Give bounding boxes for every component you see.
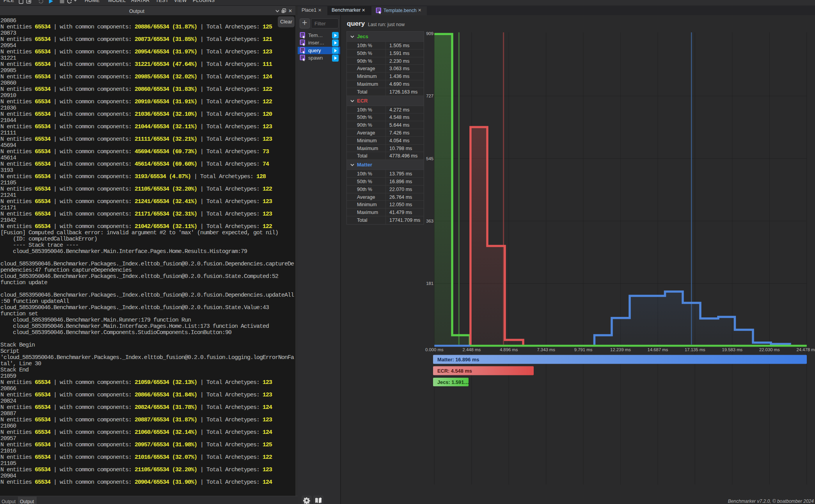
svg-text:12.239 ms: 12.239 ms [610,347,631,352]
svg-text:181: 181 [426,281,433,286]
svg-text:727: 727 [426,94,433,98]
svg-text:909: 909 [426,31,433,36]
svg-text:22.030 ms: 22.030 ms [759,347,780,352]
svg-text:24.478 ms: 24.478 ms [796,347,815,352]
svg-text:363: 363 [426,219,433,223]
svg-text:4.896 ms: 4.896 ms [500,347,518,352]
svg-text:545: 545 [426,156,433,161]
svg-text:14.687 ms: 14.687 ms [648,347,668,352]
svg-text:Jecs: 1.591…: Jecs: 1.591… [437,379,469,385]
svg-text:2.448 ms: 2.448 ms [463,347,481,352]
svg-text:17.135 ms: 17.135 ms [685,347,705,352]
svg-text:7.343 ms: 7.343 ms [537,347,555,352]
svg-text:19.583 ms: 19.583 ms [722,347,743,352]
svg-text:0.000 ms: 0.000 ms [425,347,444,352]
svg-text:Matter: 16.896 ms: Matter: 16.896 ms [437,357,479,363]
svg-text:ECR: 4.548 ms: ECR: 4.548 ms [437,368,472,374]
svg-text:9.791 ms: 9.791 ms [574,347,593,352]
